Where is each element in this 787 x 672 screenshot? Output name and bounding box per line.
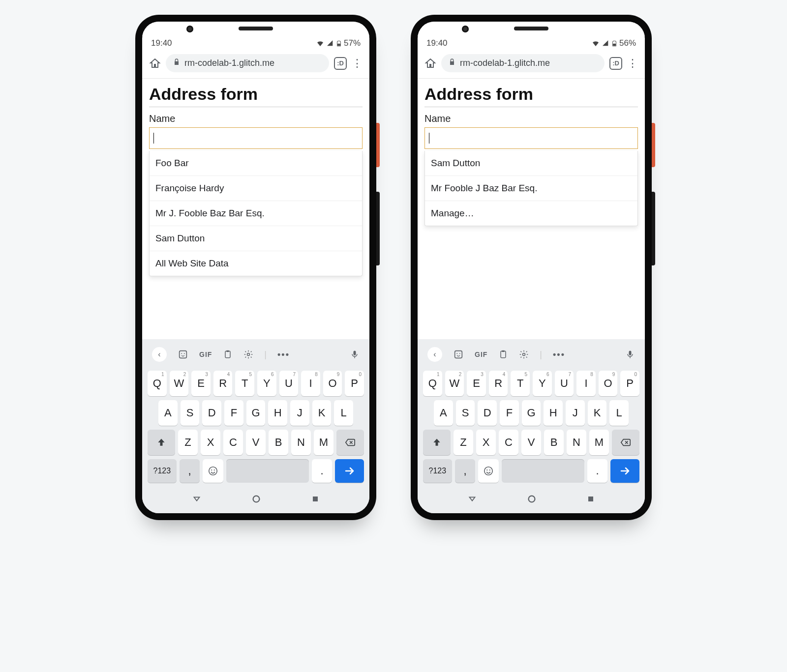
key-d[interactable]: D <box>202 400 221 426</box>
comma-key[interactable]: , <box>180 459 200 483</box>
symbols-key[interactable]: ?123 <box>148 459 177 483</box>
key-g[interactable]: G <box>246 400 266 426</box>
key-w[interactable]: W2 <box>445 371 464 396</box>
settings-icon[interactable] <box>519 350 529 359</box>
key-n[interactable]: N <box>291 430 311 455</box>
space-key[interactable] <box>502 459 584 483</box>
key-z[interactable]: Z <box>454 430 473 455</box>
key-m[interactable]: M <box>314 430 333 455</box>
key-k[interactable]: K <box>312 400 332 426</box>
key-b[interactable]: B <box>544 430 564 455</box>
key-i[interactable]: I8 <box>301 371 320 396</box>
key-f[interactable]: F <box>500 400 519 426</box>
url-bar[interactable]: rm-codelab-1.glitch.me <box>166 54 329 72</box>
key-k[interactable]: K <box>588 400 607 426</box>
key-g[interactable]: G <box>522 400 541 426</box>
nav-recent-icon[interactable] <box>586 494 596 506</box>
clipboard-icon[interactable] <box>223 350 233 359</box>
key-m[interactable]: M <box>589 430 609 455</box>
key-i[interactable]: I8 <box>576 371 596 396</box>
key-j[interactable]: J <box>566 400 585 426</box>
period-key[interactable]: . <box>312 459 333 483</box>
key-c[interactable]: C <box>499 430 518 455</box>
symbols-key[interactable]: ?123 <box>423 459 452 483</box>
key-v[interactable]: V <box>246 430 266 455</box>
key-n[interactable]: N <box>567 430 586 455</box>
key-t[interactable]: T5 <box>511 371 530 396</box>
key-q[interactable]: Q1 <box>148 371 167 396</box>
more-icon[interactable]: ••• <box>277 350 290 360</box>
name-input[interactable] <box>424 127 638 149</box>
key-r[interactable]: R4 <box>489 371 508 396</box>
gif-button[interactable]: GIF <box>199 351 212 358</box>
key-l[interactable]: L <box>609 400 629 426</box>
nav-home-icon[interactable] <box>251 494 262 506</box>
more-icon[interactable]: ••• <box>553 350 565 360</box>
home-icon[interactable] <box>149 58 161 69</box>
key-u[interactable]: U7 <box>279 371 299 396</box>
autofill-option[interactable]: Manage… <box>425 201 637 226</box>
key-c[interactable]: C <box>223 430 243 455</box>
nav-back-icon[interactable] <box>467 494 478 506</box>
nav-recent-icon[interactable] <box>310 494 320 506</box>
key-u[interactable]: U7 <box>555 371 574 396</box>
tabs-button[interactable]: :D <box>609 57 622 70</box>
key-b[interactable]: B <box>269 430 288 455</box>
enter-key[interactable] <box>610 459 639 483</box>
key-s[interactable]: S <box>181 400 200 426</box>
clipboard-icon[interactable] <box>498 350 508 359</box>
period-key[interactable]: . <box>587 459 608 483</box>
space-key[interactable] <box>226 459 308 483</box>
key-x[interactable]: X <box>476 430 496 455</box>
key-t[interactable]: T5 <box>235 371 254 396</box>
overflow-menu-icon[interactable]: ⋮ <box>352 58 363 69</box>
key-o[interactable]: O9 <box>599 371 618 396</box>
key-o[interactable]: O9 <box>323 371 342 396</box>
backspace-key[interactable] <box>336 430 364 455</box>
autofill-option[interactable]: Sam Dutton <box>425 151 637 176</box>
sticker-icon[interactable] <box>178 349 188 360</box>
autofill-option[interactable]: Mr J. Fooble Baz Bar Esq. <box>150 201 362 226</box>
name-input[interactable] <box>149 127 363 149</box>
autofill-option[interactable]: Foo Bar <box>150 151 362 176</box>
key-w[interactable]: W2 <box>170 371 189 396</box>
key-r[interactable]: R4 <box>213 371 233 396</box>
nav-back-icon[interactable] <box>191 494 202 506</box>
settings-icon[interactable] <box>243 350 253 359</box>
autofill-option[interactable]: Mr Fooble J Baz Bar Esq. <box>425 176 637 201</box>
mic-icon[interactable] <box>625 350 635 359</box>
key-e[interactable]: E3 <box>191 371 211 396</box>
home-icon[interactable] <box>424 58 436 69</box>
gif-button[interactable]: GIF <box>475 351 487 358</box>
key-l[interactable]: L <box>334 400 353 426</box>
key-a[interactable]: A <box>158 400 178 426</box>
comma-key[interactable]: , <box>455 459 476 483</box>
key-e[interactable]: E3 <box>467 371 486 396</box>
key-h[interactable]: H <box>268 400 287 426</box>
url-bar[interactable]: rm-codelab-1.glitch.me <box>441 54 605 72</box>
key-a[interactable]: A <box>434 400 453 426</box>
tabs-button[interactable]: :D <box>334 57 347 70</box>
key-s[interactable]: S <box>456 400 475 426</box>
key-y[interactable]: Y6 <box>257 371 276 396</box>
enter-key[interactable] <box>335 459 364 483</box>
key-p[interactable]: P0 <box>345 371 364 396</box>
shift-key[interactable] <box>148 430 175 455</box>
emoji-key[interactable] <box>478 459 499 483</box>
key-y[interactable]: Y6 <box>533 371 552 396</box>
key-v[interactable]: V <box>521 430 541 455</box>
key-x[interactable]: X <box>201 430 220 455</box>
shift-key[interactable] <box>423 430 451 455</box>
key-f[interactable]: F <box>224 400 243 426</box>
mic-icon[interactable] <box>350 350 360 359</box>
key-q[interactable]: Q1 <box>423 371 442 396</box>
emoji-key[interactable] <box>203 459 223 483</box>
nav-home-icon[interactable] <box>526 494 537 506</box>
kb-collapse-icon[interactable]: ‹ <box>152 347 167 362</box>
backspace-key[interactable] <box>612 430 639 455</box>
key-h[interactable]: H <box>544 400 563 426</box>
key-j[interactable]: J <box>290 400 309 426</box>
kb-collapse-icon[interactable]: ‹ <box>427 347 442 362</box>
autofill-option[interactable]: Sam Dutton <box>150 226 362 251</box>
key-z[interactable]: Z <box>178 430 198 455</box>
